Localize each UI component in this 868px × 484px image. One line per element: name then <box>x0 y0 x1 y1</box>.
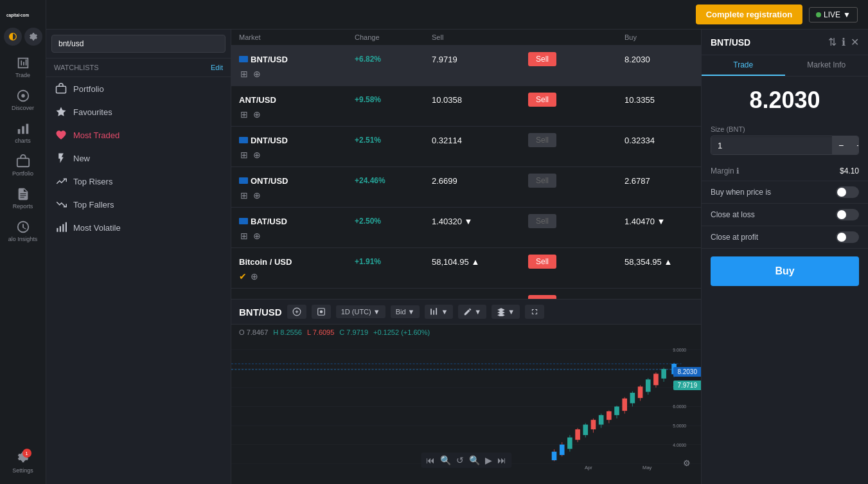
table-row[interactable]: DNT/USD +2.51% 0.32114 Sell 0.32334 Buy … <box>231 127 701 167</box>
toggle-row-close-profit: Close at profit <box>702 226 868 249</box>
chart-canvas: 9.0000 8.0000 7.0000 6.0000 5.0000 4.000… <box>231 340 701 473</box>
size-decrement-button[interactable]: − <box>832 136 850 154</box>
svg-rect-11 <box>66 222 67 232</box>
toggle-close-profit[interactable] <box>836 231 859 243</box>
price-labels: 8.2030 7.9719 <box>673 367 701 390</box>
tab-market-info[interactable]: Market Info <box>785 55 869 76</box>
sell-button-ont[interactable]: Sell <box>528 174 556 188</box>
add-icon[interactable]: ⊕ <box>252 229 262 242</box>
settings-button[interactable]: 1 Settings <box>12 450 33 474</box>
sidebar-item-new[interactable]: New <box>46 147 231 170</box>
sidebar-item-portfolio[interactable]: Portfolio <box>0 149 46 182</box>
svg-rect-59 <box>638 386 643 398</box>
chart-settings-icon[interactable]: ⚙ <box>683 458 691 468</box>
svg-rect-47 <box>591 420 596 429</box>
add-icon[interactable]: ⊕ <box>249 270 260 283</box>
svg-rect-6 <box>17 158 28 166</box>
size-input[interactable] <box>711 137 832 154</box>
sell-button-uni[interactable]: Sell <box>528 295 556 300</box>
layer-button[interactable]: ▼ <box>492 305 520 319</box>
sidebar-item-top-fallers[interactable]: Top Fallers <box>46 193 231 216</box>
table-row[interactable]: Bitcoin / USD +1.91% 58,104.95 ▲ Sell 58… <box>231 248 701 289</box>
tab-trade[interactable]: Trade <box>702 55 785 76</box>
toggle-row-buy-when: Buy when price is <box>702 181 868 204</box>
chart-nav-refresh[interactable]: ↺ <box>456 455 464 465</box>
svg-point-2 <box>21 94 25 98</box>
svg-rect-3 <box>17 129 20 134</box>
svg-rect-41 <box>567 438 572 449</box>
sidebar-item-reports[interactable]: Reports <box>0 182 46 215</box>
sidebar-bottom: 1 Settings <box>12 450 33 479</box>
buy-main-button[interactable]: Buy <box>711 256 859 286</box>
timeframe-button[interactable]: 1D (UTC) ▼ <box>336 305 385 318</box>
sidebar-item-charts[interactable]: charts <box>0 116 46 149</box>
svg-rect-19 <box>436 308 438 315</box>
add-indicator-button[interactable] <box>287 305 306 319</box>
price-type-button[interactable]: Bid ▼ <box>391 305 420 318</box>
info-icon[interactable]: ℹ <box>842 36 846 48</box>
chart-nav-last[interactable]: ⏭ <box>497 455 506 465</box>
sidebar-item-trade[interactable]: Trade <box>0 51 46 84</box>
settings-badge: 1 <box>22 449 31 458</box>
chart-nav-zoom-in[interactable]: 🔍 <box>469 455 480 465</box>
right-panel-tabs: Trade Market Info <box>702 55 868 76</box>
chart-icon[interactable]: ⊞ <box>239 148 249 161</box>
main-content: WATCHLISTS Edit Portfolio Favourites Mos… <box>46 30 868 484</box>
sidebar-item-favourites[interactable]: Favourites <box>46 100 231 123</box>
sell-button-dnt[interactable]: Sell <box>528 133 556 147</box>
live-badge: LIVE ▼ <box>809 7 858 22</box>
add-icon[interactable]: ⊕ <box>252 67 262 80</box>
edit-watchlist-button[interactable]: Edit <box>211 64 223 71</box>
table-row[interactable]: BNT/USD +6.82% 7.9719 Sell 8.2030 Buy 7.… <box>231 46 701 86</box>
close-panel-button[interactable]: ✕ <box>851 36 859 48</box>
sell-button-bnt[interactable]: Sell <box>528 52 556 66</box>
toggle-close-loss[interactable] <box>836 209 859 220</box>
svg-rect-4 <box>22 126 24 134</box>
chart-nav-zoom-out[interactable]: 🔍 <box>440 455 451 465</box>
chart-icon[interactable]: ⊞ <box>239 229 249 242</box>
chart-icon[interactable]: ⊞ <box>239 67 249 80</box>
add-icon[interactable]: ⊕ <box>252 148 262 161</box>
sidebar-item-discover[interactable]: Discover <box>0 84 46 116</box>
size-increment-button[interactable]: + <box>850 136 859 154</box>
pair-title: BNT/USD <box>711 37 750 48</box>
complete-registration-button[interactable]: Complete registration <box>696 4 802 24</box>
svg-rect-43 <box>575 429 580 440</box>
draw-button[interactable]: ▼ <box>458 305 486 319</box>
sidebar-item-insights[interactable]: alo Insights <box>0 215 46 247</box>
sell-button-bat[interactable]: Sell <box>528 214 556 228</box>
size-input-row: − + <box>711 136 859 155</box>
sell-button-btc[interactable]: Sell <box>528 255 556 269</box>
table-row[interactable]: ONT/USD +24.46% 2.6699 Sell 2.6787 Buy 2… <box>231 167 701 208</box>
swap-icon[interactable]: ⇅ <box>828 36 837 48</box>
svg-rect-65 <box>661 369 666 379</box>
ask-price-label: 7.9719 <box>673 381 701 390</box>
svg-rect-8 <box>57 228 58 232</box>
table-row[interactable]: BAT/USD +2.50% 1.40320 ▼ Sell 1.40470 ▼ … <box>231 208 701 248</box>
chart-icon[interactable]: ⊞ <box>239 189 249 202</box>
svg-rect-51 <box>607 411 612 420</box>
chart-type-button[interactable]: ▼ <box>425 305 453 319</box>
table-row[interactable]: UNI/USD -6.76% 38.57067 ▼ Sell 40.27003 … <box>231 289 701 300</box>
watchlist-header: WATCHLISTS Edit <box>46 58 231 77</box>
add-icon[interactable]: ⊕ <box>252 189 262 202</box>
toggle-buy-when[interactable] <box>836 186 859 198</box>
screenshot-button[interactable] <box>312 305 331 319</box>
svg-text:Apr: Apr <box>585 465 592 471</box>
settings-gear[interactable] <box>24 28 42 46</box>
add-icon[interactable]: ⊕ <box>252 108 262 121</box>
svg-rect-37 <box>552 452 557 460</box>
chart-icon[interactable]: ⊞ <box>239 108 249 121</box>
sidebar-item-portfolio-nav[interactable]: Portfolio <box>46 77 231 100</box>
sidebar-item-top-risers[interactable]: Top Risers <box>46 170 231 193</box>
chart-nav-first[interactable]: ⏮ <box>426 455 435 465</box>
search-input[interactable] <box>51 35 226 53</box>
fullscreen-button[interactable] <box>525 305 544 319</box>
sell-button-ant[interactable]: Sell <box>528 93 556 107</box>
theme-toggle[interactable] <box>4 28 22 46</box>
sidebar-item-most-volatile[interactable]: Most Volatile <box>46 216 231 239</box>
chart-nav-next[interactable]: ▶ <box>485 455 492 465</box>
sidebar-item-most-traded[interactable]: Most Traded <box>46 123 231 147</box>
table-row[interactable]: ANT/USD +9.58% 10.0358 Sell 10.3355 Buy … <box>231 86 701 127</box>
svg-rect-55 <box>622 399 627 411</box>
